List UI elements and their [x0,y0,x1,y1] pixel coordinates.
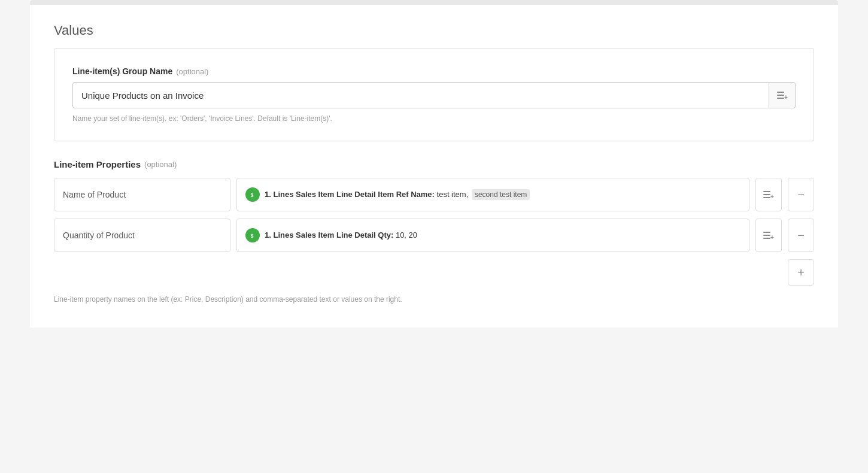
svg-text:$: $ [251,192,254,198]
property-row-1: Name of Product $ 1. Lines Sales Item Li… [54,178,814,211]
property-remove-btn-1[interactable]: − [788,178,814,211]
property-value-1: $ 1. Lines Sales Item Line Detail Item R… [236,178,749,211]
page-wrapper: Values Line-item(s) Group Name (optional… [30,0,838,328]
line-item-footer-hint: Line-item property names on the left (ex… [54,295,814,304]
green-icon-2: $ [245,228,260,242]
values-section-title: Values [54,23,814,38]
svg-text:+: + [784,94,788,100]
svg-rect-6 [763,191,770,192]
group-name-hint: Name your set of line-item(s). ex: 'Orde… [72,114,796,123]
property-row-2: Quantity of Product $ 1. Lines Sales Ite… [54,219,814,252]
property-name-1: Name of Product [54,178,230,211]
green-icon-1: $ [245,187,260,202]
property-add-list-btn-1[interactable]: + [755,178,782,211]
svg-text:+: + [770,234,774,240]
top-bar [30,0,838,5]
group-name-input-row: + [72,82,796,108]
line-item-properties-label: Line-item Properties (optional) [54,159,814,169]
property-value-2: $ 1. Lines Sales Item Line Detail Qty: 1… [236,219,749,252]
svg-rect-8 [763,197,770,198]
values-box: Line-item(s) Group Name (optional) + Nam… [54,48,814,141]
svg-rect-1 [777,95,784,96]
property-value-text-1: 1. Lines Sales Item Line Detail Item Ref… [265,189,530,201]
property-value-text-2: 1. Lines Sales Item Line Detail Qty: 10,… [265,230,417,241]
svg-rect-12 [763,232,770,233]
group-name-label: Line-item(s) Group Name (optional) [72,66,796,76]
property-name-2: Quantity of Product [54,219,230,252]
add-property-row: + [54,259,814,286]
svg-rect-7 [763,194,770,195]
property-add-list-btn-2[interactable]: + [755,219,782,252]
property-remove-btn-2[interactable]: − [788,219,814,252]
svg-text:$: $ [251,233,254,239]
group-name-input[interactable] [72,82,769,108]
content-area: Values Line-item(s) Group Name (optional… [30,5,838,328]
svg-rect-2 [777,98,784,99]
add-property-btn[interactable]: + [788,259,814,286]
svg-text:+: + [770,193,774,199]
svg-rect-14 [763,238,770,239]
group-name-add-list-btn[interactable]: + [769,82,796,108]
svg-rect-0 [777,92,784,93]
svg-rect-13 [763,235,770,236]
